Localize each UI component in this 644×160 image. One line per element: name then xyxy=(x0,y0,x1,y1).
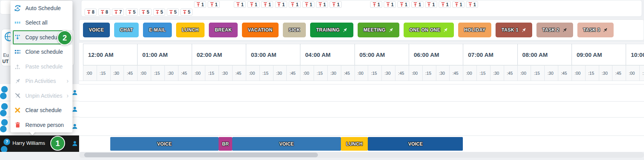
activity-button-voice[interactable]: VOICE xyxy=(83,23,110,37)
grid-row-separator xyxy=(79,81,644,81)
timeline-quarter-cell: :00 xyxy=(192,65,205,81)
arrow-up-icon xyxy=(441,2,445,7)
trash-icon xyxy=(15,122,20,128)
schedule-block-br[interactable]: BR xyxy=(219,137,232,151)
activity-button-task-3[interactable]: TASK 3 xyxy=(577,23,614,37)
arrow-down-icon xyxy=(87,10,91,14)
schedule-block-voice[interactable]: VOICE xyxy=(368,137,463,151)
schedule-block-voice[interactable]: VOICE xyxy=(232,137,341,151)
selected-person-row[interactable]: ? Harry Williams xyxy=(0,135,79,152)
arrow-up-icon xyxy=(386,2,390,7)
horizontal-scrollbar-thumb[interactable] xyxy=(84,153,318,157)
help-icon[interactable] xyxy=(1,86,8,93)
arrow-up-icon xyxy=(372,2,376,7)
grid-row-separator xyxy=(79,84,644,84)
overstaffed-badge: 1 xyxy=(330,1,342,8)
help-icon[interactable]: ? xyxy=(4,139,10,145)
menu-item-remove-person[interactable]: Remove person xyxy=(11,118,72,132)
arrow-down-icon xyxy=(128,10,132,14)
timeline-hour-cell: 10:00 AM xyxy=(626,44,644,65)
overstaffed-badge: 1 xyxy=(466,1,478,8)
understaffed-badge: 7 xyxy=(112,9,124,16)
understaffed-badge: 8 xyxy=(98,9,110,16)
menu-item-label: Unpin Activities xyxy=(25,93,62,99)
avatar xyxy=(0,110,7,116)
activity-button-label: VACATION xyxy=(248,27,272,33)
timeline-quarter-cell: :45 xyxy=(558,65,572,81)
badge-value: 5 xyxy=(161,10,163,14)
understaffed-badge: 5 xyxy=(153,9,165,16)
arrow-down-icon xyxy=(114,10,118,14)
schedule-block-lunch[interactable]: LUNCH xyxy=(341,137,368,151)
schedule-app: 88755555111111111111111111 VOICECHATE-MA… xyxy=(0,0,644,160)
badge-value: 1 xyxy=(418,2,421,7)
menu-item-icon-box xyxy=(13,35,22,40)
overstaffed-badge: 1 xyxy=(452,1,464,8)
arrow-up-icon xyxy=(332,2,336,7)
activity-button-chat[interactable]: CHAT xyxy=(114,23,139,37)
overstaffed-badge: 1 xyxy=(384,1,396,8)
activity-button-task-2[interactable]: TASK 2 xyxy=(536,23,573,37)
overstaffed-badge: 1 xyxy=(194,1,206,8)
badge-value: 1 xyxy=(391,2,394,7)
timeline-quarter-cell: :30 xyxy=(544,65,558,81)
menu-item-clone-schedule[interactable]: Clone schedule xyxy=(11,45,72,60)
activity-button-holiday[interactable]: HOLIDAY xyxy=(458,23,491,37)
timeline-hour-cell: 08:00 AM xyxy=(517,44,572,65)
arrow-down-icon xyxy=(183,10,187,14)
timeline-hour-cell: 03:00 AM xyxy=(246,44,300,65)
badge-value: 1 xyxy=(296,2,298,7)
select-all-icon xyxy=(14,21,21,25)
overstaffed-badge: 1 xyxy=(275,1,287,8)
person-name[interactable]: Harry Williams xyxy=(12,140,45,146)
auto-schedule-icon: A xyxy=(14,5,21,12)
schedule-block-voice[interactable]: VOICE xyxy=(110,137,219,151)
overstaffed-badge: 1 xyxy=(439,1,451,8)
menu-item-label: Auto Schedule xyxy=(25,5,61,11)
timeline-quarter-cell: :15 xyxy=(476,65,490,81)
activity-button-vacation[interactable]: VACATION xyxy=(242,23,278,37)
grid-row-separator xyxy=(79,117,644,118)
menu-item-label: Clear schedule xyxy=(25,107,62,113)
timeline-quarter-cell: :45 xyxy=(232,65,246,81)
overstaffed-badge: 1 xyxy=(302,1,314,8)
activity-button-one-on-one[interactable]: ONE ON ONE xyxy=(404,23,454,37)
activity-button-meeting[interactable]: MEETING xyxy=(358,23,399,37)
menu-item-pin-activities: Pin Activities› xyxy=(11,74,72,89)
menu-item-select-all[interactable]: Select all xyxy=(11,16,72,30)
arrow-up-icon xyxy=(291,2,295,7)
timeline-quarter-cell: :00 xyxy=(300,65,314,81)
badge-value: 1 xyxy=(446,2,449,7)
activity-button-task-1[interactable]: TASK 1 xyxy=(496,23,532,37)
menu-item-label: Pin Activities xyxy=(25,78,56,84)
badge-value: 1 xyxy=(282,2,285,7)
help-icon[interactable] xyxy=(1,103,8,110)
menu-item-clear-schedule[interactable]: Clear schedule xyxy=(11,103,72,118)
overstaffed-badge: 1 xyxy=(397,1,409,8)
activity-button-lunch[interactable]: LUNCH xyxy=(176,23,205,37)
timeline-quarter-cell: :00 xyxy=(463,65,476,81)
badge-value: 1 xyxy=(310,2,312,7)
activity-button-training[interactable]: TRAINING xyxy=(310,23,353,37)
person-icon[interactable] xyxy=(72,123,78,130)
person-icon[interactable] xyxy=(72,141,78,147)
menu-item-auto-schedule[interactable]: AAuto Schedule xyxy=(11,1,72,16)
timeline-quarter-cell: :45 xyxy=(286,65,300,81)
badge-value: 1 xyxy=(432,2,435,7)
person-icon[interactable] xyxy=(72,106,78,113)
arrow-up-icon xyxy=(250,2,254,7)
pin-icon xyxy=(562,28,567,33)
overstaffed-badge: 1 xyxy=(208,1,220,8)
activity-button-break[interactable]: BREAK xyxy=(209,23,238,37)
person-icon[interactable] xyxy=(72,90,78,96)
timeline-quarter-cell: :45 xyxy=(612,65,626,81)
help-icon[interactable] xyxy=(1,119,8,126)
timeline-hour-cell: 09:00 AM xyxy=(572,44,626,65)
badge-value: 1 xyxy=(473,2,476,7)
clear-icon xyxy=(15,107,20,113)
understaffed-badge: 5 xyxy=(126,9,138,16)
arrow-up-icon xyxy=(427,2,431,7)
context-menu: AAuto ScheduleSelect allCopy scheduleClo… xyxy=(11,1,72,132)
activity-button-sick[interactable]: SICK xyxy=(283,23,306,37)
activity-button-e-mail[interactable]: E-MAIL xyxy=(143,23,171,37)
